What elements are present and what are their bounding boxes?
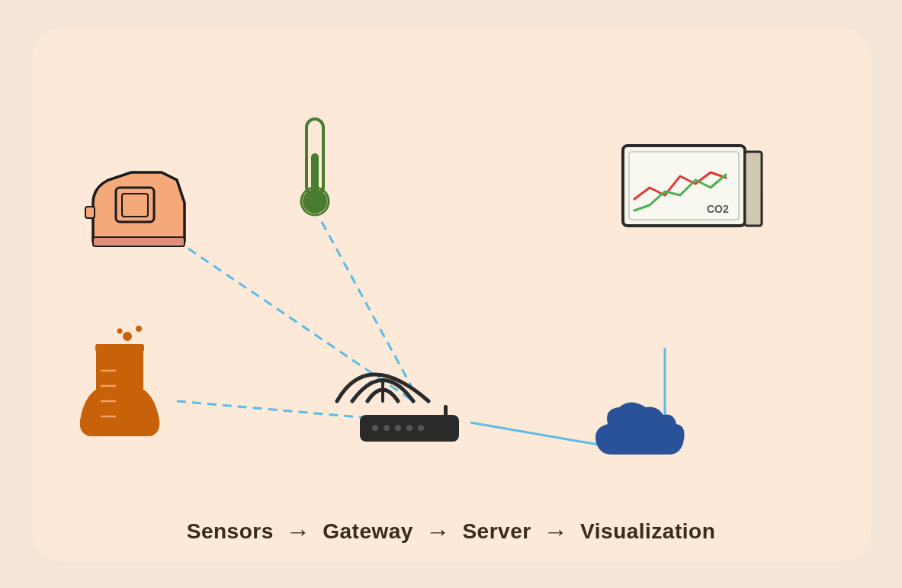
machine-icon	[85, 172, 185, 246]
svg-point-22	[418, 425, 424, 431]
svg-point-13	[123, 332, 132, 341]
sensors-label: Sensors	[187, 519, 274, 544]
svg-point-20	[395, 425, 401, 431]
svg-rect-26	[745, 152, 762, 226]
visualization-label: Visualization	[580, 519, 715, 544]
thermometer-icon	[301, 119, 329, 215]
svg-point-14	[136, 326, 142, 332]
arrow3-label: →	[544, 518, 569, 546]
svg-point-18	[372, 425, 378, 431]
svg-rect-23	[444, 405, 448, 420]
svg-point-21	[406, 425, 412, 431]
svg-text:CO2: CO2	[707, 203, 729, 215]
label-row: Sensors → Gateway → Server → Visualizati…	[32, 518, 871, 546]
server-label: Server	[462, 519, 531, 544]
arrow2-label: →	[425, 518, 451, 546]
svg-point-19	[384, 425, 390, 431]
thermometer-to-router-line	[322, 222, 413, 390]
arrow1-label: →	[286, 518, 311, 546]
machine-to-router-line	[188, 249, 413, 401]
gateway-label: Gateway	[323, 519, 413, 544]
router-icon	[337, 374, 459, 442]
router-to-cloud-line	[470, 423, 611, 447]
beaker-icon	[80, 326, 159, 435]
svg-rect-6	[85, 207, 95, 218]
cloud-icon	[595, 402, 685, 455]
svg-rect-7	[93, 237, 185, 246]
monitor-icon: CO2	[623, 146, 762, 226]
svg-rect-8	[95, 344, 144, 352]
svg-point-2	[303, 189, 327, 214]
svg-point-15	[117, 328, 122, 333]
main-card: CO2 Sensors → Gateway → Server → Visuali…	[32, 27, 871, 561]
